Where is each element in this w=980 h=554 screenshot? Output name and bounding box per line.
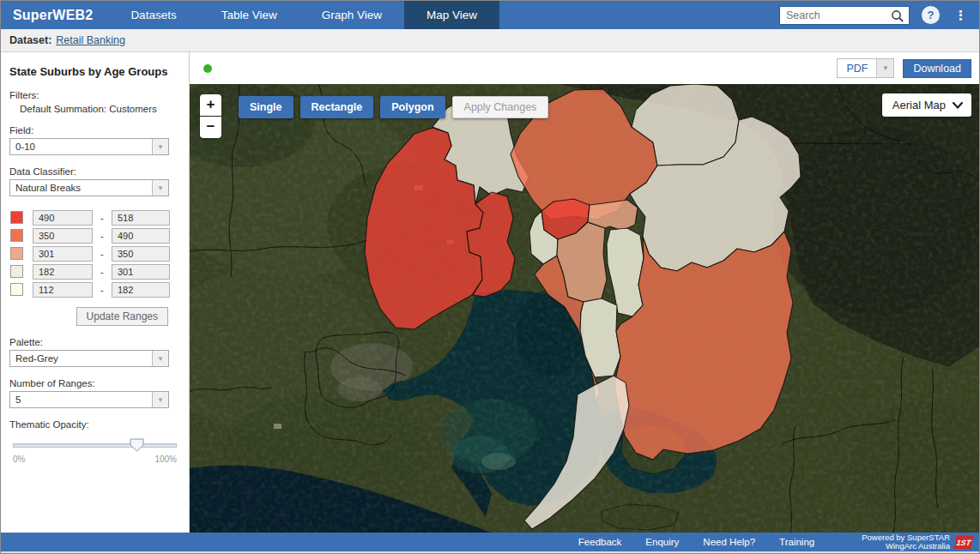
range-row: -	[1, 208, 189, 226]
enquiry-link[interactable]: Enquiry	[645, 537, 679, 547]
search-input[interactable]	[780, 8, 887, 23]
range-color-swatch	[10, 229, 23, 242]
range-color-swatch	[10, 265, 23, 278]
map-toolbar: PDF ▼ Download	[190, 52, 980, 84]
chevron-down-icon: ▼	[876, 59, 893, 77]
chevron-down-icon: ▼	[152, 180, 168, 196]
dataset-link[interactable]: Retail Banking	[56, 34, 125, 46]
range-to-input[interactable]	[112, 282, 170, 298]
tab-table-view[interactable]: Table View	[199, 1, 299, 29]
range-from-input[interactable]	[33, 246, 93, 262]
number-of-ranges-select[interactable]: 5 ▼	[9, 391, 169, 408]
nav-tabs: Datasets Table View Graph View Map View	[108, 1, 499, 29]
update-ranges-button[interactable]: Update Ranges	[76, 307, 168, 326]
superstar-logo: 1ST	[954, 536, 974, 549]
powered-by-text: Powered by SuperSTAR WingArc Australia	[862, 533, 955, 551]
range-to-input[interactable]	[112, 246, 170, 262]
download-button[interactable]: Download	[903, 59, 971, 78]
chevron-down-icon: ▼	[152, 139, 168, 154]
chevron-down-icon	[953, 102, 963, 109]
range-color-swatch	[10, 247, 23, 260]
footer-links: Feedback Enquiry Need Help? Training	[578, 537, 862, 547]
search-icon[interactable]	[891, 9, 904, 27]
dataset-bar: Dataset: Retail Banking	[1, 29, 979, 52]
default-summation: Default Summation: Customers	[9, 100, 180, 114]
range-to-input[interactable]	[112, 228, 170, 244]
filters-label: Filters:	[9, 90, 180, 100]
palette-select[interactable]: Red-Grey ▼	[9, 350, 169, 367]
training-link[interactable]: Training	[779, 537, 814, 547]
data-classifier-select[interactable]: Natural Breaks ▼	[9, 179, 169, 196]
single-select-button[interactable]: Single	[239, 96, 293, 118]
opacity-slider[interactable]	[13, 437, 177, 458]
need-help-link[interactable]: Need Help?	[703, 537, 755, 547]
map-zoom-control: + −	[200, 94, 221, 138]
chevron-down-icon: ▼	[152, 351, 168, 366]
selection-tools: Single Rectangle Polygon Apply Changes	[239, 96, 548, 118]
tab-map-view[interactable]: Map View	[404, 1, 499, 29]
range-from-input[interactable]	[33, 282, 93, 298]
range-row: -	[1, 280, 189, 298]
range-row: -	[1, 226, 189, 244]
range-from-input[interactable]	[33, 264, 93, 280]
range-color-swatch	[10, 211, 23, 224]
search-box	[779, 6, 910, 25]
zoom-out-button[interactable]: −	[200, 117, 221, 138]
app-window: SuperWEB2 Datasets Table View Graph View…	[0, 0, 980, 554]
feedback-link[interactable]: Feedback	[578, 537, 622, 547]
apply-changes-button[interactable]: Apply Changes	[452, 96, 549, 118]
zoom-in-button[interactable]: +	[200, 94, 221, 116]
palette-label: Palette:	[1, 326, 189, 350]
app-logo: SuperWEB2	[1, 1, 108, 29]
range-legend: - - - -	[1, 196, 189, 298]
range-to-input[interactable]	[112, 264, 170, 280]
overflow-menu-icon[interactable]: ⋮	[951, 8, 971, 23]
polygon-select-button[interactable]: Polygon	[380, 96, 445, 118]
opacity-slider-handle[interactable]	[130, 438, 144, 452]
help-icon[interactable]: ?	[922, 6, 940, 24]
page-title: State Suburbs by Age Groups	[1, 52, 189, 78]
range-row: -	[1, 244, 189, 262]
map-settings-sidebar: State Suburbs by Age Groups Filters: Def…	[1, 52, 190, 533]
range-color-swatch	[10, 283, 23, 296]
number-of-ranges-label: Number of Ranges:	[1, 367, 189, 391]
basemap-select[interactable]: Aerial Map	[882, 93, 971, 117]
range-from-input[interactable]	[33, 210, 93, 226]
field-select[interactable]: 0-10 ▼	[9, 138, 169, 155]
data-classifier-label: Data Classifier:	[1, 155, 189, 179]
range-row: -	[1, 262, 189, 280]
dataset-label: Dataset:	[9, 34, 51, 46]
map-canvas[interactable]: + − Single Rectangle Polygon Apply Chang…	[190, 84, 980, 533]
tab-graph-view[interactable]: Graph View	[299, 1, 404, 29]
footer-bar: Feedback Enquiry Need Help? Training Pow…	[1, 533, 979, 553]
rectangle-select-button[interactable]: Rectangle	[300, 96, 374, 118]
thematic-opacity-label: Thematic Opacity:	[1, 408, 189, 432]
field-label: Field:	[1, 114, 189, 138]
opacity-slider-track[interactable]	[13, 443, 177, 448]
tab-datasets[interactable]: Datasets	[108, 1, 198, 29]
aerial-basemap	[190, 84, 980, 533]
range-to-input[interactable]	[112, 210, 170, 226]
export-format-select[interactable]: PDF ▼	[837, 58, 894, 78]
top-navigation-bar: SuperWEB2 Datasets Table View Graph View…	[1, 1, 979, 29]
status-indicator-dot	[203, 64, 212, 73]
chevron-down-icon: ▼	[152, 392, 168, 407]
map-panel: PDF ▼ Download	[190, 52, 980, 533]
range-from-input[interactable]	[33, 228, 93, 244]
